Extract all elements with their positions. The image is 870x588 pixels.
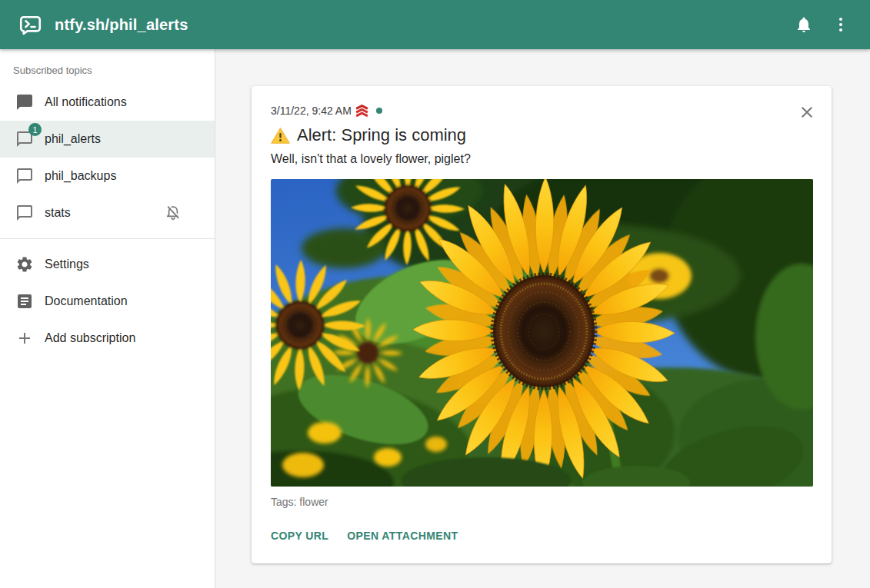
notification-title-row: Alert: Spring is coming	[271, 125, 812, 146]
bell-icon	[795, 15, 813, 34]
sidebar-item-settings[interactable]: Settings	[0, 246, 215, 283]
notifications-muted-icon	[164, 204, 182, 222]
sidebar-item-documentation[interactable]: Documentation	[0, 283, 215, 320]
notifications-bell-button[interactable]	[785, 6, 822, 43]
priority-high-icon	[355, 105, 369, 118]
close-notification-button[interactable]	[790, 95, 824, 129]
kebab-menu-icon	[832, 15, 850, 34]
sidebar-item-label: phil_backups	[45, 169, 202, 183]
sidebar-item-phil-alerts[interactable]: 1 phil_alerts	[0, 121, 215, 158]
ntfy-logo-icon	[18, 12, 43, 38]
attachment-image[interactable]	[271, 179, 813, 487]
subscribed-topics-label: Subscribed topics	[0, 54, 215, 84]
chat-bubble-outline-icon	[15, 204, 34, 222]
sidebar-item-add-subscription[interactable]: Add subscription	[0, 320, 215, 357]
main-content: 3/11/22, 9:42 AM Alert: Spring is coming…	[216, 49, 870, 588]
notification-body: Well, isn't that a lovely flower, piglet…	[271, 151, 812, 168]
tags-label: Tags: flower	[271, 496, 812, 508]
page-title: ntfy.sh/phil_alerts	[55, 16, 188, 34]
sidebar: Subscribed topics All notifications 1 ph…	[0, 49, 215, 588]
plus-icon	[15, 329, 34, 347]
sidebar-item-all-notifications[interactable]: All notifications	[0, 84, 215, 121]
timestamp: 3/11/22, 9:42 AM	[271, 105, 352, 117]
sidebar-item-phil-backups[interactable]: phil_backups	[0, 158, 215, 194]
sidebar-item-label: Add subscription	[45, 331, 202, 345]
sunflower-photo	[271, 179, 813, 487]
app-bar: ntfy.sh/phil_alerts	[0, 0, 870, 49]
sidebar-item-label: All notifications	[45, 95, 202, 109]
sidebar-item-label: Settings	[45, 257, 202, 271]
overflow-menu-button[interactable]	[822, 6, 859, 43]
unread-count-badge: 1	[28, 123, 42, 136]
sidebar-item-label: stats	[45, 206, 164, 220]
chat-bubble-filled-icon	[15, 93, 34, 111]
chat-bubble-outline-icon	[15, 167, 34, 185]
sidebar-item-label: phil_alerts	[45, 132, 202, 146]
sidebar-divider	[0, 238, 215, 239]
open-attachment-button[interactable]: OPEN ATTACHMENT	[347, 527, 458, 545]
chat-bubble-outline-icon: 1	[15, 130, 34, 148]
notification-card: 3/11/22, 9:42 AM Alert: Spring is coming…	[252, 86, 832, 563]
sidebar-item-stats[interactable]: stats	[0, 194, 215, 231]
copy-url-button[interactable]: COPY URL	[271, 527, 328, 545]
article-icon	[15, 292, 34, 311]
unread-indicator-dot	[376, 108, 382, 114]
gear-icon	[15, 255, 34, 274]
sidebar-item-label: Documentation	[45, 294, 202, 308]
notification-title: Alert: Spring is coming	[297, 125, 466, 146]
notification-meta: 3/11/22, 9:42 AM	[271, 103, 812, 118]
close-icon	[798, 103, 816, 121]
warning-icon	[271, 126, 290, 145]
notification-actions: COPY URL OPEN ATTACHMENT	[271, 527, 812, 545]
